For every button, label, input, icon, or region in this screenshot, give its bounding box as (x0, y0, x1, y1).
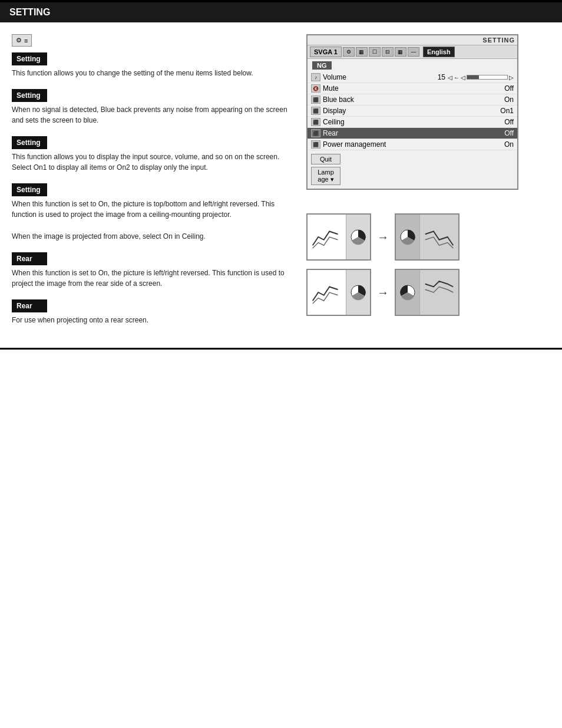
diagram-chart-ceiling (419, 270, 458, 315)
osd-header: SETTING (308, 35, 517, 45)
setting-icon-area: ⚙ ≡ (12, 34, 295, 47)
osd-title: SETTING (482, 37, 515, 44)
osd-row-blueback: ⬛ Blue back On (308, 94, 517, 106)
volume-slider-area: ◁ ← ◁ ▷ (448, 74, 514, 81)
right-column: SETTING SVGA 1 ⚙ ▦ ☐ ⊟ ▦ — English (306, 34, 542, 336)
pie-svg-2 (349, 284, 367, 301)
pie-svg-1 (349, 228, 367, 246)
tab-icon-6[interactable]: — (408, 47, 419, 57)
page-header: SETTING (0, 2, 562, 22)
label-block-6: Rear (12, 299, 47, 312)
label1-text: Setting (16, 55, 41, 63)
diagrams-area: → (306, 213, 542, 324)
left-column: ⚙ ≡ Setting This function allows you to … (12, 34, 295, 336)
section-5: Rear When this function is set to On, th… (12, 252, 295, 289)
volume-icon: ♪ (311, 73, 320, 81)
section4-text2: When the image is projected from above, … (12, 231, 295, 242)
blueback-label: Blue back (323, 95, 494, 104)
section2-text: When no signal is detected, Blue back pr… (12, 104, 295, 126)
diagram-box-normal-1 (306, 213, 371, 261)
osd-row-mute: 🔇 Mute Off (308, 83, 517, 94)
chart-svg-rear (422, 217, 456, 257)
ceiling-icon: ⬛ (311, 118, 320, 126)
diagram-pie-ceiling (396, 270, 419, 315)
tab-icon-2[interactable]: ▦ (356, 47, 368, 57)
lamp-dropdown-icon: ▾ (330, 176, 334, 183)
volume-slider-track[interactable] (467, 75, 508, 80)
tab-icon-3[interactable]: ☐ (369, 47, 381, 57)
label4-text: Setting (16, 186, 41, 194)
diagram-pie-1 (346, 215, 370, 259)
osd-ng-label: NG (312, 61, 332, 70)
diagram-chart-1 (308, 215, 346, 259)
slider-arrow-min: ◁ (461, 74, 465, 81)
osd-tab-label[interactable]: SVGA 1 (310, 47, 342, 57)
osd-tab-icons: ⚙ ▦ ☐ ⊟ ▦ — (343, 47, 419, 57)
setting-icon-box: ⚙ ≡ (12, 34, 32, 47)
ceiling-label: Ceiling (323, 118, 494, 126)
section-3: Setting This function allows you to disp… (12, 136, 295, 173)
tab-icon-5[interactable]: ▦ (395, 47, 406, 57)
diagram-box-normal-2 (306, 269, 371, 316)
section6-text: For use when projecting onto a rear scre… (12, 315, 295, 325)
label-block-3: Setting (12, 136, 47, 149)
volume-label: Volume (323, 73, 425, 81)
rear-value: Off (496, 129, 514, 137)
osd-menu-rows: ♪ Volume 15 ◁ ← ◁ ▷ (308, 72, 517, 150)
slider-arrow-left: ◁ (448, 74, 452, 81)
power-label: Power management (323, 140, 494, 149)
osd-quit-button[interactable]: Quit (311, 154, 340, 164)
diagram-arrow-1: → (377, 230, 389, 244)
diagram-pie-2 (346, 270, 370, 315)
power-value: On (496, 140, 514, 149)
icon-label: ≡ (24, 37, 28, 44)
section-6: Rear For use when projecting onto a rear… (12, 299, 295, 325)
diagram-box-inner-2 (308, 270, 370, 315)
osd-tabs: SVGA 1 ⚙ ▦ ☐ ⊟ ▦ — English (308, 45, 517, 59)
section-2: Setting When no signal is detected, Blue… (12, 89, 295, 126)
rear-icon: ⬛ (311, 129, 320, 137)
diagram-box-inner-rear (396, 215, 458, 259)
osd-row-power: ⬛ Power management On (308, 139, 517, 150)
section4-text: When this function is set to On, the pic… (12, 199, 295, 220)
header-title: SETTING (9, 7, 50, 17)
ceiling-value: Off (496, 118, 514, 126)
diagram-arrow-2: → (377, 286, 389, 299)
chart-svg-2 (310, 272, 343, 312)
osd-row-ceiling: ⬛ Ceiling Off (308, 117, 517, 128)
section-1: Setting This function allows you to chan… (12, 52, 295, 78)
osd-row-volume: ♪ Volume 15 ◁ ← ◁ ▷ (308, 72, 517, 83)
slider-arrow-right: ▷ (509, 74, 514, 81)
diagram-box-ceiling (395, 269, 459, 316)
label6-text: Rear (16, 302, 32, 310)
pie-svg-ceiling (399, 284, 416, 301)
diagram-pie-rear (396, 215, 419, 259)
volume-slider-fill (467, 75, 479, 79)
blueback-value: On (496, 95, 514, 104)
gear-icon: ⚙ (16, 37, 22, 44)
osd-lamp-button[interactable]: Lamp age ▾ (311, 167, 340, 185)
display-label: Display (323, 107, 494, 115)
chart-svg-1 (310, 217, 343, 257)
diagram-box-rear (395, 213, 459, 261)
label5-text: Rear (16, 255, 32, 263)
osd-lang-button[interactable]: English (423, 47, 455, 57)
pie-svg-rear (399, 228, 416, 246)
label-block-4: Setting (12, 183, 47, 196)
osd-row-display: ⬛ Display On1 (308, 106, 517, 117)
display-value: On1 (496, 107, 514, 115)
slider-arrow-left2: ← (454, 74, 459, 81)
section5-text: When this function is set to On, the pic… (12, 268, 295, 289)
label3-text: Setting (16, 139, 41, 147)
diagram-chart-rear (419, 215, 458, 259)
label-block-2: Setting (12, 89, 47, 102)
mute-label: Mute (323, 84, 494, 93)
blueback-icon: ⬛ (311, 95, 320, 104)
tab-icon-4[interactable]: ⊟ (382, 47, 394, 57)
tab-icon-1[interactable]: ⚙ (343, 47, 355, 57)
bottom-border (0, 348, 562, 350)
volume-value: 15 (428, 73, 445, 81)
display-icon: ⬛ (311, 107, 320, 115)
osd-panel: SETTING SVGA 1 ⚙ ▦ ☐ ⊟ ▦ — English (306, 34, 518, 190)
diagram-box-inner-1 (308, 215, 370, 259)
